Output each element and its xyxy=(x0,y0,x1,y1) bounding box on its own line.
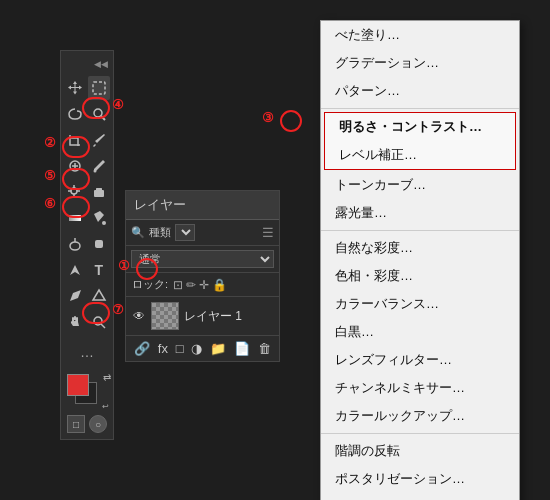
lock-all-icon[interactable]: 🔒 xyxy=(212,278,227,292)
context-menu: べた塗り… グラデーション… パターン… 明るさ・コントラスト… レベル補正… … xyxy=(320,20,520,500)
menu-item-bw[interactable]: 白黒… xyxy=(321,318,519,346)
new-group-icon[interactable]: 📁 xyxy=(210,341,226,356)
search-icon: 🔍 xyxy=(131,226,145,239)
swap-colors-button[interactable]: ⇄ xyxy=(103,372,111,383)
pen-tool[interactable] xyxy=(64,258,87,282)
menu-separator-1 xyxy=(321,108,519,109)
lasso-tool[interactable] xyxy=(64,102,87,126)
menu-item-color-lookup[interactable]: カラールックアップ… xyxy=(321,402,519,430)
svg-rect-12 xyxy=(69,215,81,221)
text-tool[interactable]: T xyxy=(88,258,111,282)
menu-item-invert[interactable]: 階調の反転 xyxy=(321,437,519,465)
svg-point-14 xyxy=(70,242,80,250)
clone-stamp-tool[interactable] xyxy=(64,180,87,204)
lock-label: ロック: xyxy=(132,277,168,292)
annotation-label-5: ⑤ xyxy=(44,168,56,183)
annotation-label-3: ③ xyxy=(262,110,274,125)
marquee-tool[interactable] xyxy=(88,76,111,100)
move-tool[interactable] xyxy=(64,76,87,100)
hand-tool[interactable] xyxy=(64,310,87,334)
annotation-circle-3 xyxy=(280,110,302,132)
svg-rect-16 xyxy=(95,240,103,248)
svg-point-5 xyxy=(71,188,77,194)
quick-selection-tool[interactable] xyxy=(88,102,111,126)
crop-tool[interactable] xyxy=(64,128,87,152)
svg-rect-0 xyxy=(93,82,105,94)
eyedropper-tool[interactable] xyxy=(88,128,111,152)
annotation-label-2: ② xyxy=(44,135,56,150)
new-adjustment-icon[interactable]: ◑ xyxy=(191,341,202,356)
layers-panel-title: レイヤー xyxy=(126,191,279,220)
menu-item-flat-color[interactable]: べた塗り… xyxy=(321,21,519,49)
layer-name: レイヤー 1 xyxy=(184,308,242,325)
dodge-tool[interactable] xyxy=(64,232,87,256)
svg-marker-17 xyxy=(93,290,105,300)
layers-options-icon[interactable]: ☰ xyxy=(262,225,274,240)
link-layers-icon[interactable]: 🔗 xyxy=(134,341,150,356)
lock-image-icon[interactable]: ✏ xyxy=(186,278,196,292)
foreground-color-swatch[interactable] xyxy=(67,374,89,396)
menu-item-pattern[interactable]: パターン… xyxy=(321,77,519,105)
new-layer-icon[interactable]: 📄 xyxy=(234,341,250,356)
toolbar: ◀◀ xyxy=(60,50,114,440)
menu-item-color-balance[interactable]: カラーバランス… xyxy=(321,290,519,318)
svg-point-1 xyxy=(94,109,102,117)
layer-thumbnail xyxy=(151,302,179,330)
lock-transparent-icon[interactable]: ⊡ xyxy=(173,278,183,292)
layers-kind-select[interactable] xyxy=(175,224,195,241)
eraser-tool[interactable] xyxy=(88,180,111,204)
svg-line-2 xyxy=(101,116,105,120)
menu-item-levels[interactable]: レベル補正… xyxy=(325,141,515,169)
svg-rect-10 xyxy=(94,190,104,197)
standard-mode-button[interactable]: □ xyxy=(67,415,85,433)
blend-mode-select[interactable]: 通常 xyxy=(131,250,274,268)
menu-item-vibrance[interactable]: 自然な彩度… xyxy=(321,234,519,262)
menu-item-threshold[interactable]: 2 階調化… xyxy=(321,493,519,500)
menu-item-gradient[interactable]: グラデーション… xyxy=(321,49,519,77)
sponge-tool[interactable] xyxy=(88,232,111,256)
svg-rect-11 xyxy=(96,188,102,191)
paint-bucket-tool[interactable] xyxy=(88,206,111,230)
menu-item-channel-mixer[interactable]: チャンネルミキサー… xyxy=(321,374,519,402)
menu-item-hue-sat[interactable]: 色相・彩度… xyxy=(321,262,519,290)
menu-separator-3 xyxy=(321,433,519,434)
menu-item-posterize[interactable]: ポスタリゼーション… xyxy=(321,465,519,493)
layers-panel: レイヤー 🔍 種類 ☰ 通常 ロック: ⊡ ✏ ✛ 🔒 👁 レイヤー 1 🔗 f… xyxy=(125,190,280,362)
layer-visibility-toggle[interactable]: 👁 xyxy=(132,309,146,323)
menu-item-photo-filter[interactable]: レンズフィルター… xyxy=(321,346,519,374)
healing-tool[interactable] xyxy=(64,154,87,178)
layers-panel-actions: 🔗 fx □ ◑ 📁 📄 🗑 xyxy=(126,335,279,361)
brush-tool[interactable] xyxy=(88,154,111,178)
toolbar-collapse-button[interactable]: ◀◀ xyxy=(92,57,110,71)
menu-item-curves[interactable]: トーンカーブ… xyxy=(321,171,519,199)
extra-tools[interactable]: … xyxy=(75,340,99,364)
shape-tool[interactable] xyxy=(88,284,111,308)
gradient-tool[interactable] xyxy=(64,206,87,230)
zoom-tool[interactable] xyxy=(88,310,111,334)
add-mask-icon[interactable]: □ xyxy=(176,341,184,356)
menu-item-exposure[interactable]: 露光量… xyxy=(321,199,519,227)
layer-item[interactable]: 👁 レイヤー 1 xyxy=(126,297,279,335)
svg-point-18 xyxy=(94,317,102,325)
delete-layer-icon[interactable]: 🗑 xyxy=(258,341,271,356)
quick-mask-button[interactable]: ○ xyxy=(89,415,107,433)
annotation-label-6: ⑥ xyxy=(44,196,56,211)
lock-position-icon[interactable]: ✛ xyxy=(199,278,209,292)
menu-item-brightness[interactable]: 明るさ・コントラスト… xyxy=(325,113,515,141)
toolbar-collapse-area: ◀◀ xyxy=(61,57,113,71)
svg-line-19 xyxy=(101,324,105,328)
svg-point-4 xyxy=(93,170,96,173)
menu-separator-2 xyxy=(321,230,519,231)
add-style-icon[interactable]: fx xyxy=(158,341,168,356)
path-select-tool[interactable] xyxy=(64,284,87,308)
reset-colors-button[interactable]: ↩ xyxy=(102,402,109,411)
svg-point-13 xyxy=(102,221,106,225)
layers-kind-label: 種類 xyxy=(149,225,171,240)
